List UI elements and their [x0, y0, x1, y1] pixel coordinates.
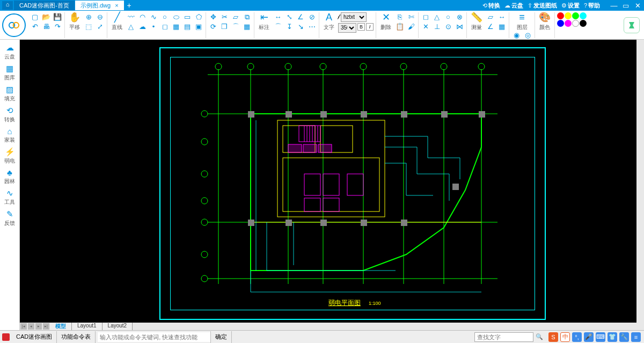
menu-send[interactable]: ⇧ 发送图纸 [528, 2, 557, 10]
menu-help[interactable]: ? 帮助 [584, 2, 600, 10]
sidebar-item-8[interactable]: ✎反馈 [0, 209, 19, 227]
snap-end-icon[interactable]: ◻ [421, 12, 430, 22]
area-icon[interactable]: ▱ [486, 12, 495, 22]
home-icon[interactable]: ⌂ [2, 1, 13, 10]
sidebar-item-2[interactable]: ▨填充 [0, 85, 19, 103]
sidebar-item-0[interactable]: ☁云盘 [0, 43, 19, 61]
color-swatch-4[interactable] [557, 20, 564, 27]
tri-icon[interactable]: △ [126, 22, 136, 32]
search-text-input[interactable] [474, 332, 533, 342]
save-icon[interactable]: 💾 [53, 12, 62, 22]
color-button[interactable]: 🎨颜色 [537, 12, 552, 31]
search-icon[interactable]: 🔍 [533, 333, 545, 340]
dim-arc-icon[interactable]: ⌒ [273, 22, 283, 32]
text-button[interactable]: A文字 [321, 12, 336, 31]
array-icon[interactable]: ▦ [242, 22, 252, 32]
dim-leader-icon[interactable]: ↘ [296, 22, 305, 32]
sidebar-item-4[interactable]: ⌂家装 [0, 127, 19, 144]
snap-perp-icon[interactable]: ⊥ [432, 22, 442, 32]
circle-icon[interactable]: ○ [160, 12, 170, 22]
pan-button[interactable]: ✋平移 [67, 12, 82, 31]
dim-aligned-icon[interactable]: ⤡ [284, 12, 294, 22]
tab-file[interactable]: 示例图.dwg × [75, 1, 124, 10]
scroll-next-icon[interactable]: ▸ [35, 323, 42, 330]
zoom-out-icon[interactable]: ⊖ [95, 12, 105, 22]
sidebar-item-1[interactable]: ▦图库 [0, 64, 19, 82]
trim-icon[interactable]: ✂ [219, 12, 229, 22]
move-icon[interactable]: ✥ [208, 12, 218, 22]
close-button[interactable]: ✕ [633, 2, 642, 10]
menu-convert[interactable]: ⟲ 转换 [482, 2, 500, 10]
sidebar-item-5[interactable]: ⚡弱电 [0, 147, 19, 165]
vertical-scrollbar[interactable] [636, 40, 644, 323]
brush-icon[interactable]: 🖌 [406, 22, 416, 32]
sidebar-item-7[interactable]: ∿工具 [0, 188, 19, 206]
hatch-icon[interactable]: ▦ [171, 22, 181, 32]
bold-button[interactable]: B [357, 23, 365, 31]
ellipse-icon[interactable]: ⬭ [171, 12, 181, 22]
color-swatch-6[interactable] [572, 20, 579, 27]
maximize-button[interactable]: ▭ [621, 2, 630, 10]
close-icon[interactable]: × [115, 2, 118, 9]
print-icon[interactable]: 🖶 [41, 22, 51, 32]
block-icon[interactable]: ▣ [194, 22, 203, 32]
sidebar-item-3[interactable]: ⟲转换 [0, 106, 19, 123]
italic-button[interactable]: I [366, 23, 374, 31]
zoom-extents-icon[interactable]: ⤢ [95, 22, 105, 32]
measure-button[interactable]: 📏测量 [469, 12, 484, 31]
layout-tab-model[interactable]: 模型 [50, 323, 72, 330]
tab-home[interactable]: CAD迷你画图-首页 [14, 1, 75, 10]
rotate-icon[interactable]: ⟳ [208, 22, 218, 32]
dim-linear-icon[interactable]: ↔ [273, 12, 283, 22]
drawing-canvas[interactable]: 弱电平面图 1:100 [20, 40, 636, 323]
menu-settings[interactable]: ⚙ 设置 [561, 2, 580, 10]
region-icon[interactable]: ▤ [182, 22, 192, 32]
paste-icon[interactable]: 📋 [395, 22, 405, 32]
mirror-icon[interactable]: ⧉ [242, 12, 252, 22]
layout-tab-1[interactable]: Layout1 [72, 323, 103, 330]
minimize-button[interactable]: — [610, 2, 618, 10]
point-icon[interactable]: • [149, 22, 158, 32]
redo-icon[interactable]: ↷ [53, 22, 62, 32]
zoom-in-icon[interactable]: ⊕ [84, 12, 93, 22]
dim-ord-icon[interactable]: ↧ [284, 22, 294, 32]
new-file-icon[interactable]: ▢ [30, 12, 40, 22]
tray-kb-icon[interactable]: ⌨ [596, 332, 605, 342]
app-logo-icon[interactable] [2, 13, 26, 37]
polygon-icon[interactable]: ⬠ [194, 12, 203, 22]
tray-skin-icon[interactable]: 👕 [608, 332, 617, 342]
color-swatch-3[interactable] [580, 12, 587, 19]
shape-icon[interactable]: ◻ [160, 22, 170, 32]
open-file-icon[interactable]: 📂 [41, 12, 51, 22]
copy-icon[interactable]: ⎘ [395, 12, 405, 22]
color-swatch-1[interactable] [565, 12, 572, 19]
function-table-button[interactable]: 功能命令表 [57, 331, 96, 343]
layout-tab-2[interactable]: Layout2 [103, 323, 133, 330]
color-swatch-0[interactable] [557, 12, 564, 19]
scroll-first-icon[interactable]: |◂ [20, 323, 27, 330]
color-swatch-7[interactable] [580, 20, 587, 27]
offset-icon[interactable]: ▱ [231, 12, 240, 22]
snap-mid-icon[interactable]: △ [432, 12, 442, 22]
sidebar-item-6[interactable]: ♣园林 [0, 168, 19, 185]
cloud-icon[interactable]: ☁ [137, 22, 147, 32]
layer-off-icon[interactable]: ◎ [523, 31, 532, 40]
line-button[interactable]: ╱直线 [109, 12, 125, 31]
horizontal-scrollbar[interactable]: |◂ ◂ ▸ ▸| 模型 Layout1 Layout2 [20, 323, 644, 330]
tray-tool-icon[interactable]: 🔧 [619, 332, 629, 342]
dim-cont-icon[interactable]: ⋯ [307, 22, 317, 32]
tray-ime-icon[interactable]: 中 [560, 332, 570, 342]
size-select[interactable]: 350 [338, 23, 356, 33]
snap-tan-icon[interactable]: ⊙ [443, 22, 453, 32]
command-input[interactable] [98, 332, 210, 342]
delete-button[interactable]: ✕删除 [378, 12, 393, 31]
dim-angle-icon[interactable]: ∠ [296, 12, 305, 22]
font-select[interactable]: hztxt [341, 12, 367, 22]
color-swatch-5[interactable] [565, 20, 572, 27]
tab-add-button[interactable]: + [125, 1, 134, 10]
sogou-ime-icon[interactable] [624, 17, 640, 33]
snap-node-icon[interactable]: ⊗ [455, 12, 464, 22]
undo-icon[interactable]: ↶ [30, 22, 40, 32]
ok-button[interactable]: 确定 [210, 331, 232, 343]
rect-icon[interactable]: ▭ [182, 12, 192, 22]
